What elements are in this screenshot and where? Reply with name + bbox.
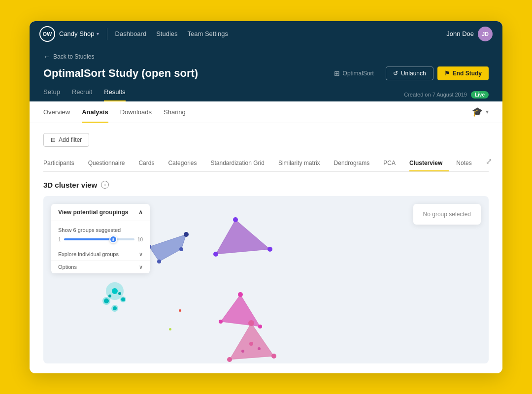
info-icon[interactable]: i: [101, 181, 109, 189]
atab-cards[interactable]: Cards: [138, 156, 161, 171]
options-section[interactable]: Options ∨: [51, 261, 150, 273]
explore-chevron-icon: ∨: [139, 251, 143, 258]
shape-pink-bottom-cluster: [226, 319, 277, 363]
tab-sharing[interactable]: Sharing: [164, 101, 186, 123]
back-link[interactable]: ← Back to Studies: [43, 53, 489, 61]
avatar[interactable]: JD: [478, 27, 493, 41]
svg-point-3: [184, 232, 189, 237]
no-group-label: No group selected: [423, 211, 471, 218]
tab-results[interactable]: Results: [104, 88, 125, 101]
unlaunch-button[interactable]: ↺ Unlaunch: [386, 66, 433, 80]
nav-links: Dashboard Studies Team Settings: [115, 30, 447, 37]
slider-track[interactable]: 8: [64, 238, 134, 240]
svg-point-20: [238, 292, 243, 297]
nav-team-settings[interactable]: Team Settings: [188, 30, 228, 37]
shape-blue-cluster: [144, 220, 199, 274]
user-name: John Doe: [446, 30, 474, 37]
slider-max: 10: [137, 237, 143, 242]
back-label: Back to Studies: [53, 53, 94, 60]
atab-pca[interactable]: PCA: [383, 156, 402, 171]
flag-icon: ⚑: [444, 70, 450, 77]
second-nav: Overview Analysis Downloads Sharing 🎓 ▾: [30, 101, 502, 123]
svg-point-1: [157, 260, 161, 263]
atab-notes[interactable]: Notes: [456, 156, 478, 171]
study-header-row: OptimalSort Study (open sort) ⊞ OptimalS…: [43, 66, 489, 80]
end-study-button[interactable]: ⚑ End Study: [437, 66, 489, 80]
live-badge: Live: [471, 91, 489, 98]
optimal-sort-label: OptimalSort: [343, 70, 374, 77]
atab-similarity[interactable]: Similarity matrix: [278, 156, 327, 171]
atab-participants[interactable]: Participants: [43, 156, 81, 171]
cluster-section: 3D cluster view i View potential groupin…: [43, 181, 489, 363]
study-tabs: Setup Recruit Results: [43, 88, 126, 101]
study-meta: Created on 7 August 2019 Live: [404, 91, 489, 98]
content-area: ⊟ Add filter Participants Questionnaire …: [30, 123, 502, 373]
svg-point-22: [219, 320, 223, 324]
nav-divider: [107, 28, 107, 40]
cluster-title: 3D cluster view i: [43, 181, 489, 189]
slider-row: 1 8 10: [58, 237, 143, 242]
tab-downloads[interactable]: Downloads: [120, 101, 152, 123]
add-filter-button[interactable]: ⊟ Add filter: [43, 133, 89, 147]
nav-dashboard[interactable]: Dashboard: [115, 30, 147, 37]
second-nav-tabs: Overview Analysis Downloads Sharing: [43, 101, 186, 123]
svg-point-16: [113, 306, 117, 310]
app-window: OW Candy Shop ▾ Dashboard Studies Team S…: [30, 21, 502, 373]
slider-thumb[interactable]: 8: [109, 235, 117, 243]
svg-point-24: [248, 320, 254, 326]
svg-point-25: [271, 354, 276, 359]
cluster-canvas: View potential groupings ∧ Show 6 groups…: [43, 196, 489, 363]
svg-point-2: [179, 247, 183, 251]
atab-questionnaire[interactable]: Questionnaire: [88, 156, 132, 171]
options-chevron-icon: ∨: [139, 264, 143, 270]
groupings-panel: View potential groupings ∧ Show 6 groups…: [51, 204, 150, 273]
groupings-body: Show 6 groups suggested 1 8 10: [51, 221, 150, 248]
tab-recruit[interactable]: Recruit: [72, 88, 92, 101]
svg-marker-5: [216, 220, 270, 254]
explore-groups[interactable]: Explore individual groups ∨: [51, 248, 150, 261]
svg-point-13: [112, 288, 118, 294]
slider-label: Show 6 groups suggested: [58, 227, 143, 233]
fullscreen-button[interactable]: ⤢: [486, 157, 492, 170]
slider-fill: [64, 238, 113, 240]
unlaunch-icon: ↺: [393, 70, 398, 77]
svg-point-28: [241, 350, 244, 353]
tab-overview[interactable]: Overview: [43, 101, 70, 123]
tab-analysis[interactable]: Analysis: [82, 101, 108, 123]
shape-small-red-dot: [179, 309, 181, 312]
svg-point-6: [233, 217, 238, 222]
nav-studies[interactable]: Studies: [156, 30, 177, 37]
logo-badge: OW: [39, 26, 55, 42]
user-area: John Doe JD: [446, 27, 493, 41]
hat-icon[interactable]: 🎓: [472, 106, 483, 117]
brand-name[interactable]: Candy Shop ▾: [59, 30, 99, 37]
tab-setup[interactable]: Setup: [43, 88, 60, 101]
analysis-tabs-left: Participants Questionnaire Cards Categor…: [43, 156, 486, 171]
top-nav: OW Candy Shop ▾ Dashboard Studies Team S…: [30, 21, 502, 47]
optimal-sort-link: ⊞ OptimalSort: [334, 69, 374, 77]
study-title: OptimalSort Study (open sort): [43, 67, 198, 80]
study-tabs-row: Setup Recruit Results Created on 7 Augus…: [43, 88, 489, 101]
svg-point-26: [227, 357, 232, 362]
svg-point-8: [213, 252, 218, 257]
groupings-header[interactable]: View potential groupings ∧: [51, 204, 150, 221]
atab-clusterview[interactable]: Clusterview: [409, 156, 449, 171]
shape-teal-cluster: [93, 279, 137, 318]
svg-point-14: [104, 298, 109, 303]
atab-dendrograms[interactable]: Dendrograms: [334, 156, 377, 171]
collapse-icon: ∧: [138, 209, 143, 216]
shape-lime-dot: [169, 328, 171, 330]
svg-point-29: [258, 347, 261, 350]
svg-point-18: [118, 292, 121, 295]
slider-min: 1: [58, 237, 61, 242]
atab-categories[interactable]: Categories: [168, 156, 203, 171]
filter-icon: ⊟: [51, 136, 56, 143]
brand-chevron-icon: ▾: [97, 31, 99, 36]
atab-standardization[interactable]: Standardization Grid: [210, 156, 271, 171]
study-actions: ↺ Unlaunch ⚑ End Study: [386, 66, 489, 80]
second-nav-right: 🎓 ▾: [472, 106, 489, 117]
study-header: ← Back to Studies OptimalSort Study (ope…: [30, 47, 502, 101]
back-arrow-icon: ←: [43, 53, 50, 61]
svg-point-15: [121, 297, 125, 301]
no-group-panel: No group selected: [413, 204, 481, 225]
